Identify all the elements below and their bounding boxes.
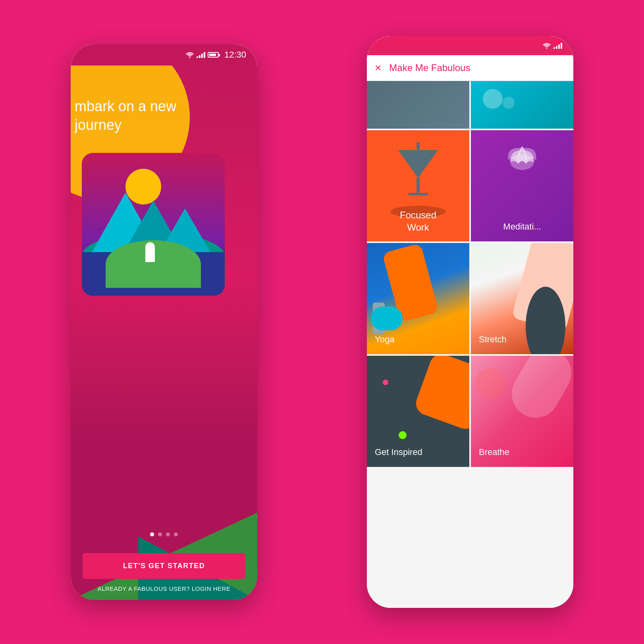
illustration-figure	[145, 242, 155, 262]
svg-point-0	[189, 57, 190, 58]
card-label-breathe: Breathe	[479, 447, 509, 457]
card-get-inspired[interactable]: Get Inspired	[367, 356, 469, 467]
card-label-stretch: Stretch	[479, 334, 507, 345]
card-label-meditation: Meditati...	[503, 222, 541, 231]
phone1-main-content: mbark on a new journey	[71, 66, 257, 600]
wifi-icon	[185, 52, 194, 58]
signal-icon	[197, 52, 205, 58]
wifi-icon-p2	[542, 42, 551, 49]
card-partial-teal[interactable]	[471, 81, 573, 129]
card-focused-work[interactable]: FocusedWork	[367, 130, 469, 241]
phone-1: 12:30 mbark on a new journey	[71, 44, 257, 600]
illustration-background	[82, 153, 225, 296]
screen-title: Make Me Fabulous	[389, 62, 565, 73]
close-button[interactable]: ×	[375, 62, 381, 74]
hero-text: mbark on a new journey	[71, 97, 214, 135]
signal-icon-p2	[553, 42, 562, 49]
dot-1[interactable]	[150, 532, 154, 536]
status-time: 12:30	[224, 50, 246, 60]
cta-area: LET'S GET STARTED ALREADY A FABULOUS USE…	[71, 553, 257, 592]
status-icons: 12:30	[185, 50, 246, 60]
status-icons-phone2	[542, 42, 562, 49]
dot-3[interactable]	[166, 532, 170, 536]
login-link[interactable]: ALREADY A FABULOUS USER? LOGIN HERE	[98, 585, 231, 592]
breathe-shape-1	[503, 356, 573, 426]
card-stretch[interactable]: Stretch	[471, 243, 573, 354]
scene: 12:30 mbark on a new journey	[0, 0, 644, 644]
meditation-label-wrap: Meditati...	[471, 222, 573, 232]
card-label-yoga: Yoga	[375, 334, 394, 345]
inspired-pink-dot	[383, 380, 388, 385]
category-grid: FocusedWork Meditati...	[367, 81, 573, 608]
dot-4[interactable]	[174, 532, 178, 536]
card-yoga[interactable]: Yoga	[367, 243, 469, 354]
status-bar-phone1: 12:30	[71, 44, 257, 66]
topbar-phone2: × Make Me Fabulous	[367, 55, 573, 81]
card-label-get-inspired: Get Inspired	[375, 447, 422, 457]
dot-2[interactable]	[158, 532, 162, 536]
page-indicator	[150, 532, 178, 536]
yoga-shape-2	[371, 307, 403, 330]
card-partial-dark[interactable]	[367, 81, 469, 129]
inspired-green-dot	[399, 431, 407, 439]
lotus-icon	[502, 138, 542, 174]
status-bar-phone2	[367, 36, 573, 55]
inspired-orange-shape	[413, 356, 469, 432]
card-meditation[interactable]: Meditati...	[471, 130, 573, 241]
get-started-button[interactable]: LET'S GET STARTED	[83, 553, 245, 579]
battery-icon	[208, 52, 219, 58]
svg-point-1	[546, 48, 548, 49]
illustration-card	[82, 153, 225, 296]
card-label-focused-work: FocusedWork	[400, 209, 436, 233]
breathe-shape-2	[475, 368, 507, 399]
phone-2: × Make Me Fabulous	[367, 36, 573, 608]
card-breathe[interactable]: Breathe	[471, 356, 573, 467]
